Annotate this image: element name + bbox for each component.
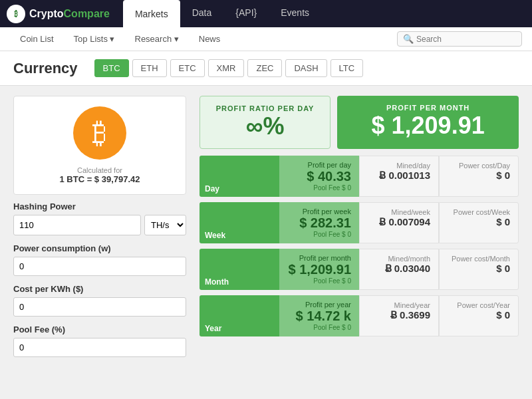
row-mined-cell: Mined/week Ƀ 0.007094 — [359, 202, 439, 243]
row-mined-value: Ƀ 0.03040 — [368, 263, 430, 275]
table-row: Year Profit per year $ 14.72 k Pool Fee … — [200, 295, 519, 336]
tab-markets[interactable]: Markets — [123, 0, 180, 27]
row-mined-label: Mined/day — [368, 162, 430, 170]
tab-zec[interactable]: ZEC — [247, 59, 282, 77]
row-pool-fee: Pool Fee $ 0 — [287, 277, 351, 285]
row-profit-label: Profit per day — [287, 161, 351, 169]
row-profit-cell: Profit per day $ 40.33 Pool Fee $ 0 — [279, 156, 359, 197]
row-profit-value: $ 282.31 — [287, 215, 351, 231]
power-consumption-input[interactable] — [13, 257, 186, 276]
row-power-cell: Power cost/Day $ 0 — [439, 156, 519, 197]
nav-tabs: Markets Data {API} Events — [123, 0, 321, 27]
tab-xmr[interactable]: XMR — [208, 59, 245, 77]
hashing-power-unit[interactable]: TH/s GH/s MH/s — [144, 215, 186, 235]
logo-icon: ₿ — [7, 5, 25, 23]
row-period-label: Year — [200, 295, 279, 336]
row-mined-value: Ƀ 0.001013 — [368, 170, 430, 182]
row-power-value: $ 0 — [448, 309, 510, 321]
logo-area: ₿ CryptoCompare — [7, 5, 110, 23]
row-profit-value: $ 1,209.91 — [287, 262, 351, 277]
row-pool-fee: Pool Fee $ 0 — [287, 324, 351, 331]
row-mined-cell: Mined/year Ƀ 0.3699 — [359, 295, 439, 336]
tab-etc[interactable]: ETC — [170, 59, 205, 77]
table-row: Month Profit per month $ 1,209.91 Pool F… — [200, 249, 519, 290]
currency-header: Currency BTC ETH ETC XMR ZEC DASH LTC — [0, 51, 532, 86]
profit-month-value: $ 1,209.91 — [350, 112, 505, 140]
hashing-power-row: TH/s GH/s MH/s — [13, 215, 186, 235]
row-profit-cell: Profit per month $ 1,209.91 Pool Fee $ 0 — [279, 249, 359, 290]
currency-tabs: BTC ETH ETC XMR ZEC DASH LTC — [94, 59, 364, 77]
subnav-toplists[interactable]: Top Lists ▾ — [64, 27, 125, 51]
row-power-label: Power cost/Week — [448, 208, 510, 216]
row-pool-fee: Pool Fee $ 0 — [287, 184, 351, 192]
main-content: ₿ Calculated for 1 BTC = $ 39,797.42 Has… — [0, 86, 532, 375]
tab-data[interactable]: Data — [180, 0, 224, 27]
pool-fee-group: Pool Fee (%) — [13, 325, 186, 357]
row-profit-value: $ 14.72 k — [287, 309, 351, 324]
row-profit-cell: Profit per year $ 14.72 k Pool Fee $ 0 — [279, 295, 359, 336]
tab-btc[interactable]: BTC — [94, 59, 129, 77]
cost-per-kwh-input[interactable] — [13, 297, 186, 317]
cost-per-kwh-label: Cost per KWh ($) — [13, 284, 186, 294]
calc-value: 1 BTC = $ 39,797.42 — [59, 174, 140, 184]
tab-api[interactable]: {API} — [223, 0, 269, 27]
tab-ltc[interactable]: LTC — [331, 59, 364, 77]
row-profit-value: $ 40.33 — [287, 169, 351, 184]
search-input[interactable] — [416, 35, 516, 44]
power-consumption-label: Power consumption (w) — [13, 243, 186, 253]
row-power-label: Power cost/Month — [448, 255, 510, 263]
row-mined-cell: Mined/month Ƀ 0.03040 — [359, 249, 439, 290]
row-mined-label: Mined/week — [368, 208, 430, 216]
profit-month-title: PROFIT PER MONTH — [350, 104, 505, 112]
row-profit-label: Profit per week — [287, 207, 351, 215]
cost-per-kwh-group: Cost per KWh ($) — [13, 284, 186, 317]
row-mined-label: Mined/month — [368, 255, 430, 263]
subnav-coinlist[interactable]: Coin List — [10, 27, 64, 51]
row-profit-label: Profit per year — [287, 301, 351, 309]
row-mined-cell: Mined/day Ƀ 0.001013 — [359, 156, 439, 197]
row-power-label: Power cost/Year — [448, 301, 510, 309]
row-power-cell: Power cost/Week $ 0 — [439, 202, 519, 243]
row-mined-value: Ƀ 0.007094 — [368, 216, 430, 228]
left-panel: ₿ Calculated for 1 BTC = $ 39,797.42 Has… — [13, 96, 186, 365]
profit-ratio-title: PROFIT RATIO PER DAY — [213, 104, 317, 112]
tab-dash[interactable]: DASH — [285, 59, 327, 77]
profit-summary: PROFIT RATIO PER DAY ∞% PROFIT PER MONTH… — [200, 96, 519, 149]
profit-ratio-value: ∞% — [213, 112, 317, 140]
tab-events[interactable]: Events — [269, 0, 321, 27]
subnav-research[interactable]: Research ▾ — [125, 27, 189, 51]
sub-nav: Coin List Top Lists ▾ Research ▾ News 🔍 — [0, 27, 532, 51]
profit-ratio-card: PROFIT RATIO PER DAY ∞% — [200, 96, 331, 149]
coin-display: ₿ Calculated for 1 BTC = $ 39,797.42 — [13, 96, 186, 195]
data-rows: Day Profit per day $ 40.33 Pool Fee $ 0 … — [200, 156, 519, 336]
hashing-power-group: Hashing Power TH/s GH/s MH/s — [13, 201, 186, 235]
row-period-label: Month — [200, 249, 279, 290]
row-profit-label: Profit per month — [287, 254, 351, 262]
subnav-news[interactable]: News — [189, 27, 231, 51]
row-power-value: $ 0 — [448, 263, 510, 274]
row-power-value: $ 0 — [448, 170, 510, 181]
top-nav: ₿ CryptoCompare Markets Data {API} Event… — [0, 0, 532, 27]
row-mined-value: Ƀ 0.3699 — [368, 309, 430, 321]
pool-fee-input[interactable] — [13, 338, 186, 357]
row-power-cell: Power cost/Year $ 0 — [439, 295, 519, 336]
row-mined-label: Mined/year — [368, 301, 430, 309]
right-panel: PROFIT RATIO PER DAY ∞% PROFIT PER MONTH… — [200, 96, 519, 365]
bitcoin-icon: ₿ — [73, 106, 126, 160]
table-row: Day Profit per day $ 40.33 Pool Fee $ 0 … — [200, 156, 519, 197]
hashing-power-label: Hashing Power — [13, 201, 186, 211]
row-period-label: Week — [200, 202, 279, 243]
row-period-label: Day — [200, 156, 279, 197]
row-power-value: $ 0 — [448, 216, 510, 227]
profit-month-card: PROFIT PER MONTH $ 1,209.91 — [337, 96, 519, 149]
page-title: Currency — [13, 60, 78, 77]
power-consumption-group: Power consumption (w) — [13, 243, 186, 276]
table-row: Week Profit per week $ 282.31 Pool Fee $… — [200, 202, 519, 243]
pool-fee-label: Pool Fee (%) — [13, 325, 186, 334]
hashing-power-input[interactable] — [13, 215, 141, 235]
row-pool-fee: Pool Fee $ 0 — [287, 231, 351, 238]
search-box: 🔍 — [397, 31, 522, 47]
search-icon: 🔍 — [403, 34, 414, 44]
row-power-cell: Power cost/Month $ 0 — [439, 249, 519, 290]
tab-eth[interactable]: ETH — [132, 59, 167, 77]
